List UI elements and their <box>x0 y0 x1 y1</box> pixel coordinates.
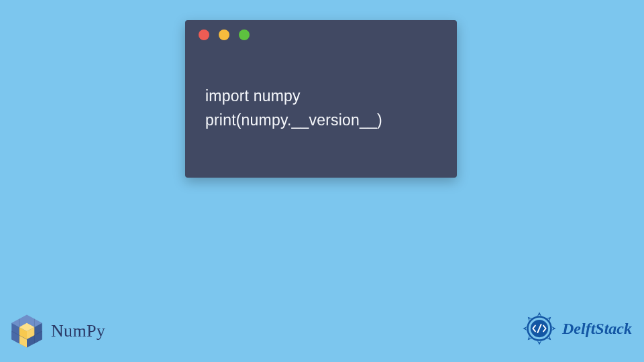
code-line-2: print(numpy.__version__) <box>205 109 437 133</box>
numpy-label: NumPy <box>51 321 105 341</box>
numpy-logo-icon <box>8 312 46 350</box>
close-icon[interactable] <box>199 29 209 40</box>
delftstack-logo-icon <box>521 310 558 347</box>
window-titlebar <box>185 20 457 50</box>
numpy-brand: NumPy <box>8 312 105 350</box>
delftstack-label: DelftStack <box>562 320 632 338</box>
delftstack-brand: DelftStack <box>521 310 632 347</box>
code-body: import numpy print(numpy.__version__) <box>185 50 457 145</box>
code-line-1: import numpy <box>205 84 437 109</box>
code-window: import numpy print(numpy.__version__) <box>185 20 457 178</box>
maximize-icon[interactable] <box>239 29 250 40</box>
minimize-icon[interactable] <box>219 29 229 40</box>
